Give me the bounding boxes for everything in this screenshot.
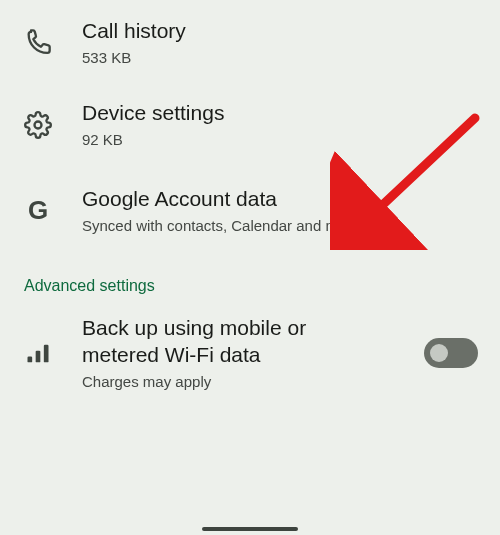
row-texts: Google Account data Synced with contacts… xyxy=(82,186,478,236)
row-title: Back up using mobile or metered Wi-Fi da… xyxy=(82,315,372,368)
svg-rect-1 xyxy=(28,357,33,363)
toggle-knob xyxy=(430,344,448,362)
row-google-account-data[interactable]: G Google Account data Synced with contac… xyxy=(0,168,500,254)
row-subtitle: Charges may apply xyxy=(82,372,388,392)
row-subtitle: 92 KB xyxy=(82,130,478,150)
g-logo-icon: G xyxy=(22,194,54,226)
row-subtitle: 533 KB xyxy=(82,48,478,68)
section-advanced-settings: Advanced settings xyxy=(0,253,500,297)
row-title: Call history xyxy=(82,18,478,44)
row-title: Device settings xyxy=(82,100,478,126)
row-device-settings[interactable]: Device settings 92 KB xyxy=(0,82,500,168)
svg-point-0 xyxy=(35,121,42,128)
row-backup-mobile-data[interactable]: Back up using mobile or metered Wi-Fi da… xyxy=(0,297,500,409)
row-title: Google Account data xyxy=(82,186,478,212)
settings-list: Call history 533 KB Device settings 92 K… xyxy=(0,0,500,409)
svg-rect-2 xyxy=(36,351,41,363)
backup-toggle[interactable] xyxy=(424,338,478,368)
row-texts: Call history 533 KB xyxy=(82,18,478,68)
svg-rect-3 xyxy=(44,345,49,363)
row-texts: Back up using mobile or metered Wi-Fi da… xyxy=(82,315,388,391)
gear-icon xyxy=(22,109,54,141)
row-texts: Device settings 92 KB xyxy=(82,100,478,150)
gesture-nav-handle[interactable] xyxy=(202,527,298,531)
phone-icon xyxy=(22,27,54,59)
signal-bars-icon xyxy=(22,337,54,369)
row-subtitle: Synced with contacts, Calendar and more xyxy=(82,216,478,236)
row-call-history[interactable]: Call history 533 KB xyxy=(0,4,500,82)
